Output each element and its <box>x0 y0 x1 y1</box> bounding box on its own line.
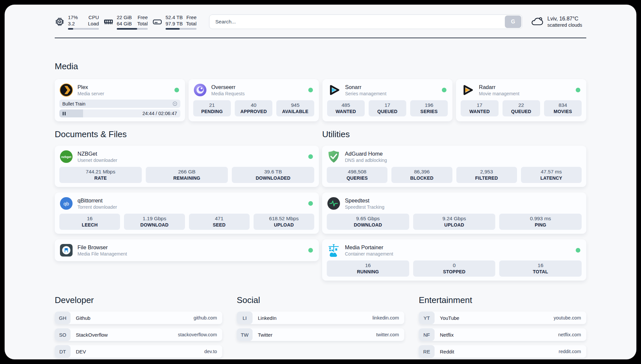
stat-running: 16RUNNING <box>327 260 409 277</box>
app-desc: Media Requests <box>211 91 245 97</box>
top-bar: 17%CPU 3.2Load 22 GiBFree 64 GiBTotal <box>55 13 586 30</box>
disk-total-value: 97.9 TB <box>166 20 183 27</box>
cpu-progress-track <box>68 28 99 30</box>
app-card-plex[interactable]: Plex Media server Bullet Train 24:44 / 0… <box>55 79 185 121</box>
link-name: Reddit <box>440 349 454 354</box>
link-dev[interactable]: DT DEV dev.to <box>55 345 222 358</box>
disk-label-2: Total <box>186 20 197 27</box>
disk-progress-track <box>166 28 197 30</box>
link-domain: github.com <box>194 315 217 320</box>
cpu-monitor: 17%CPU 3.2Load <box>55 14 99 30</box>
link-name: StackOverflow <box>76 332 108 338</box>
section-title-utilities: Utilities <box>322 129 586 139</box>
ram-icon <box>104 17 113 27</box>
stat-queued: 22QUEUED <box>503 100 540 116</box>
link-name: YouTube <box>440 315 459 321</box>
stat-downloaded: 39.6 TBDOWNLOADED <box>232 167 314 183</box>
filebrowser-icon <box>59 243 73 257</box>
app-desc: Usenet downloader <box>77 157 117 163</box>
ram-monitor: 22 GiBFree 64 GiBTotal <box>104 14 148 30</box>
pause-button[interactable] <box>63 112 66 115</box>
cpu-progress-fill <box>68 28 73 30</box>
nzbget-icon: nzbget <box>59 150 73 164</box>
ram-progress-track <box>117 28 148 30</box>
plex-icon <box>59 83 73 97</box>
app-card-nzbget[interactable]: nzbget NZBGet Usenet downloader 744.21 M… <box>55 146 319 187</box>
stat-stopped: 0STOPPED <box>413 260 496 277</box>
stat-seed: 471SEED <box>189 214 250 230</box>
overseerr-icon <box>193 83 207 97</box>
link-netflix[interactable]: NF Netflix netflix.com <box>419 328 586 341</box>
link-reddit[interactable]: RE Reddit reddit.com <box>419 345 586 358</box>
weather-location: Lviv, 16.87°C <box>547 15 582 22</box>
link-domain: dev.to <box>204 349 217 354</box>
app-title: qBittorrent <box>77 197 117 204</box>
link-name: Netflix <box>440 332 454 338</box>
link-domain: twitter.com <box>376 332 399 337</box>
cpu-usage-value: 17% <box>68 14 78 20</box>
app-desc: Media server <box>77 91 104 97</box>
stat-queued: 17QUEUED <box>369 100 406 116</box>
ram-label-1: Free <box>137 14 148 20</box>
link-youtube[interactable]: YT YouTube youtube.com <box>419 312 586 324</box>
link-name: DEV <box>76 349 86 354</box>
link-badge: YT <box>419 312 435 324</box>
app-card-overseerr[interactable]: Overseerr Media Requests 21PENDING 40APP… <box>189 79 319 121</box>
entertainment-column: Entertainment YT YouTube youtube.com NF … <box>419 295 586 359</box>
stat-download: 1.19 GbpsDOWNLOAD <box>124 214 185 230</box>
search-engine-button[interactable]: G <box>505 15 521 28</box>
stat-filtered: 2,953FILTERED <box>456 167 517 183</box>
svg-text:qb: qb <box>64 201 69 206</box>
stat-wanted: 17WANTED <box>461 100 498 116</box>
header-divider <box>55 38 586 38</box>
link-twitter[interactable]: TW Twitter twitter.com <box>237 328 404 341</box>
weather-widget: Lviv, 16.87°C scattered clouds <box>530 15 586 28</box>
utilities-column: Utilities AdGuard Home DNS <box>322 129 586 281</box>
status-dot <box>308 248 313 253</box>
link-name: LinkedIn <box>258 315 277 321</box>
cpu-label-1: CPU <box>88 14 99 20</box>
disk-icon <box>152 17 162 27</box>
ram-free-value: 22 GiB <box>117 14 132 20</box>
link-badge: NF <box>419 328 435 341</box>
stat-leech: 16LEECH <box>59 214 120 230</box>
stat-approved: 40APPROVED <box>235 100 272 116</box>
adguard-icon <box>327 150 341 164</box>
stat-blocked: 86,396BLOCKED <box>391 167 452 183</box>
app-card-portainer[interactable]: Media Portainer Container management 16R… <box>322 239 586 281</box>
ram-progress-fill <box>117 28 137 30</box>
link-domain: stackoverflow.com <box>178 332 217 337</box>
disk-free-value: 52.4 TB <box>166 14 183 20</box>
app-title: AdGuard Home <box>345 150 387 157</box>
app-desc: Movie management <box>479 91 519 97</box>
link-github[interactable]: GH Github github.com <box>55 312 222 324</box>
link-stackoverflow[interactable]: SO StackOverflow stackoverflow.com <box>55 328 222 341</box>
link-badge: TW <box>237 328 253 341</box>
app-card-sonarr[interactable]: Sonarr Series management 485WANTED 17QUE… <box>322 79 453 121</box>
documents-column: Documents & Files nzbget NZBGet Usenet d… <box>55 129 319 281</box>
link-name: Twitter <box>258 332 272 338</box>
disk-monitor: 52.4 TBFree 97.9 TBTotal <box>152 14 197 30</box>
search-input[interactable] <box>209 15 522 29</box>
app-card-radarr[interactable]: Radarr Movie management 17WANTED 22QUEUE… <box>456 79 586 121</box>
app-card-adguard[interactable]: AdGuard Home DNS and adblocking 498,508Q… <box>322 146 586 187</box>
weather-condition: scattered clouds <box>547 22 582 28</box>
svg-text:nzbget: nzbget <box>61 155 72 159</box>
status-dot <box>308 201 313 206</box>
social-column: Social LI LinkedIn linkedin.com TW Twitt… <box>237 295 404 359</box>
link-badge: LI <box>237 312 253 324</box>
now-playing-title: Bullet Train <box>59 100 180 108</box>
status-dot <box>308 88 313 92</box>
playback-progress-bar[interactable]: 24:44 / 02:06:47 <box>59 109 180 117</box>
link-linkedin[interactable]: LI LinkedIn linkedin.com <box>237 312 404 324</box>
link-badge: DT <box>55 345 71 358</box>
app-card-speedtest[interactable]: Speedtest Speedtest Tracking 9.65 GbpsDO… <box>322 193 586 234</box>
app-card-qbittorrent[interactable]: qb qBittorrent Torrent downloader 16LEEC… <box>55 193 319 234</box>
developer-column: Developer GH Github github.com SO StackO… <box>55 295 222 359</box>
link-domain: reddit.com <box>559 349 581 354</box>
disk-label-1: Free <box>186 14 197 20</box>
media-grid: Plex Media server Bullet Train 24:44 / 0… <box>55 79 586 121</box>
stat-latency: 47.57 msLATENCY <box>521 167 582 183</box>
app-card-filebrowser[interactable]: File Browser Media File Management <box>55 239 319 261</box>
app-title: File Browser <box>77 244 127 251</box>
